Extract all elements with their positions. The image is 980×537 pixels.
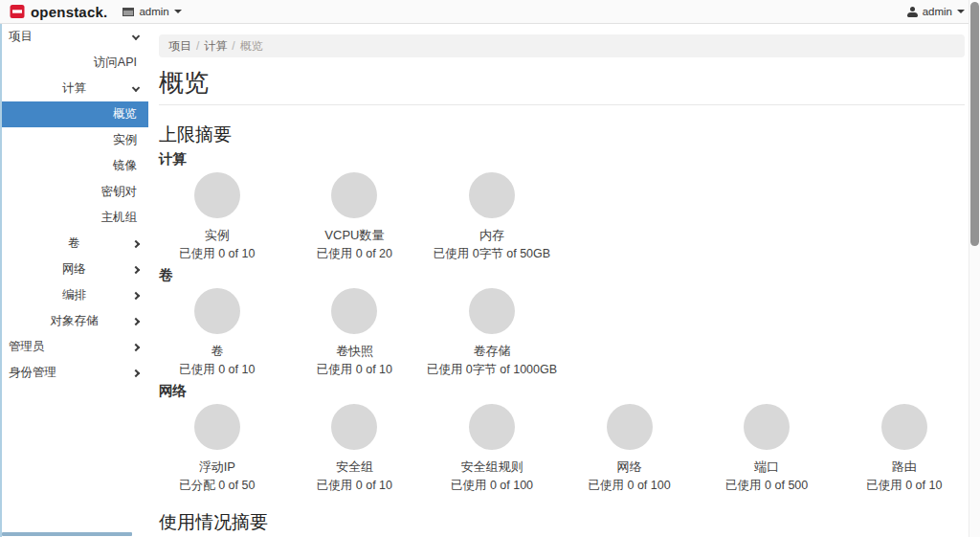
top-navbar: openstack. admin admin (0, 0, 980, 24)
sidebar-item-api-access[interactable]: 访问API (0, 50, 148, 76)
user-label: admin (923, 6, 952, 17)
quota-pie-chart (194, 288, 240, 334)
caret-down-icon (174, 10, 182, 13)
quota-label: 卷快照 (286, 344, 424, 359)
brand-text: openstack. (31, 4, 107, 20)
quota-pie-chart (469, 404, 515, 450)
quota-usage: 已使用 0 of 10 (286, 479, 424, 493)
quota-label: 路由 (835, 459, 968, 475)
quota-row: 卷已使用 0 of 10卷快照已使用 0 of 10卷存储已使用 0字节 of … (148, 283, 968, 377)
sidebar-item-orchestration[interactable]: 编排 (0, 282, 148, 308)
quota-group-title: 网络 (159, 383, 968, 399)
quota-pie-chart (744, 404, 790, 450)
main-content: 项目/计算/概览 概览 上限摘要 计算实例已使用 0 of 10VCPU数量已使… (148, 24, 968, 537)
user-menu-dropdown[interactable]: admin (907, 6, 965, 17)
quota-cell: 安全组规则已使用 0 of 100 (423, 399, 561, 493)
sidebar-item-key-pairs[interactable]: 密钥对 (0, 179, 148, 205)
quota-cell: 卷存储已使用 0字节 of 1000GB (423, 283, 561, 377)
quota-label: 卷 (148, 344, 286, 359)
sidebar-item-label: 概览 (113, 107, 137, 121)
sidebar-item-label: 编排 (62, 288, 86, 302)
quota-label: 网络 (561, 459, 699, 475)
quota-cell: 安全组已使用 0 of 10 (286, 399, 424, 493)
quota-row: 实例已使用 0 of 10VCPU数量已使用 0 of 20内存已使用 0字节 … (148, 168, 968, 261)
quota-label: 安全组规则 (423, 459, 561, 475)
quota-pie-chart (469, 288, 515, 334)
quota-label: 卷存储 (423, 344, 561, 359)
project-context-dropdown[interactable]: admin (122, 6, 181, 17)
quota-usage: 已使用 0 of 10 (148, 247, 286, 261)
quota-group-title: 卷 (159, 267, 968, 283)
quota-cell: 网络已使用 0 of 100 (561, 399, 699, 493)
vertical-scrollbar-track[interactable] (969, 0, 980, 537)
quota-row: 浮动IP已分配 0 of 50安全组已使用 0 of 10安全组规则已使用 0 … (148, 399, 968, 493)
sidebar-item-admin[interactable]: 管理员 (0, 334, 148, 360)
quota-pie-chart (194, 404, 240, 450)
sidebar-item-label: 管理员 (9, 340, 45, 353)
quota-usage: 已使用 0 of 10 (835, 479, 968, 493)
quota-group-title: 计算 (159, 151, 968, 168)
sidebar-item-volumes[interactable]: 卷 (0, 231, 148, 257)
left-accent-strip (0, 24, 2, 537)
horizontal-scrollbar-thumb[interactable] (2, 532, 132, 536)
sidebar-item-overview[interactable]: 概览 (0, 101, 148, 127)
sidebar-item-label: 密钥对 (101, 185, 138, 198)
quota-cell: 实例已使用 0 of 10 (148, 168, 286, 261)
sidebar-item-label: 主机组 (101, 211, 138, 224)
breadcrumb-link[interactable]: 项目 (168, 39, 191, 53)
quota-cell: 端口已使用 0 of 500 (698, 399, 835, 493)
breadcrumb: 项目/计算/概览 (159, 34, 965, 57)
quota-usage: 已使用 0 of 10 (286, 363, 424, 377)
quota-cell: 卷已使用 0 of 10 (148, 283, 286, 377)
sidebar-item-label: 网络 (62, 262, 86, 276)
sidebar-item-identity[interactable]: 身份管理 (0, 360, 148, 386)
sidebar-item-instances[interactable]: 实例 (0, 127, 148, 153)
chevron-right-icon (132, 291, 140, 299)
vertical-scrollbar-thumb[interactable] (970, 2, 979, 246)
breadcrumb-separator: / (196, 39, 199, 53)
chevron-right-icon (132, 317, 140, 324)
sidebar-item-object-store[interactable]: 对象存储 (0, 308, 148, 334)
quota-usage: 已使用 0字节 of 1000GB (423, 363, 561, 377)
limit-summary-title: 上限摘要 (159, 124, 968, 145)
sidebar-item-label: 镜像 (113, 159, 137, 172)
quota-pie-chart (881, 404, 927, 450)
sidebar-item-label: 实例 (113, 133, 137, 146)
sidebar-item-compute[interactable]: 计算 (0, 76, 148, 101)
quota-label: 端口 (698, 459, 835, 475)
quota-usage: 已分配 0 of 50 (148, 479, 286, 493)
sidebar-item-label: 计算 (62, 81, 86, 95)
sidebar-item-network[interactable]: 网络 (0, 257, 148, 282)
quota-label: VCPU数量 (286, 228, 424, 243)
quota-label: 安全组 (286, 459, 424, 475)
quota-cell: VCPU数量已使用 0 of 20 (286, 168, 424, 261)
title-divider (159, 104, 965, 105)
openstack-logo-icon (10, 4, 25, 19)
domain-icon (122, 8, 134, 16)
quota-cell: 浮动IP已分配 0 of 50 (148, 399, 286, 493)
quota-cell: 路由已使用 0 of 10 (835, 399, 968, 493)
quota-usage: 已使用 0 of 20 (286, 247, 424, 261)
context-label: admin (139, 6, 168, 17)
quota-pie-chart (607, 404, 653, 450)
brand[interactable]: openstack. (10, 4, 107, 20)
chevron-right-icon (132, 265, 140, 273)
quota-label: 实例 (148, 228, 286, 243)
quota-pie-chart (469, 172, 515, 218)
sidebar-item-label: 卷 (68, 236, 80, 250)
quota-pie-chart (194, 172, 240, 218)
sidebar-item-label: 身份管理 (9, 366, 56, 379)
quota-usage: 已使用 0字节 of 50GB (423, 247, 561, 261)
quota-label: 浮动IP (148, 459, 286, 475)
quota-usage: 已使用 0 of 10 (148, 363, 286, 377)
usage-summary-title: 使用情况摘要 (159, 512, 968, 533)
quota-usage: 已使用 0 of 500 (698, 479, 835, 493)
chevron-down-icon (132, 32, 140, 39)
breadcrumb-current: 概览 (240, 39, 263, 53)
breadcrumb-link[interactable]: 计算 (204, 39, 227, 53)
sidebar-item-images[interactable]: 镜像 (0, 153, 148, 179)
sidebar-item-project[interactable]: 项目 (0, 24, 148, 50)
sidebar-item-server-groups[interactable]: 主机组 (0, 205, 148, 231)
quota-pie-chart (331, 288, 377, 334)
chevron-right-icon (132, 343, 140, 350)
